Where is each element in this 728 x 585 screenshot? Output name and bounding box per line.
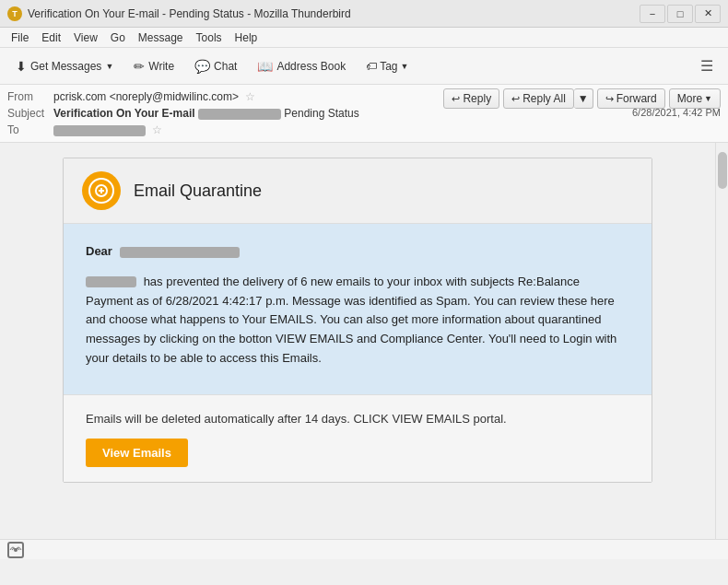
forward-button[interactable]: ↪ Forward — [597, 88, 665, 109]
email-action-buttons: ↩ Reply ↩ Reply All ▼ ↪ Forward More ▼ — [443, 88, 721, 109]
subject-label: Subject — [7, 107, 53, 120]
quarantine-icon — [82, 171, 121, 210]
more-button[interactable]: More ▼ — [669, 88, 721, 109]
menu-file[interactable]: File — [6, 29, 34, 46]
reply-all-icon: ↩ — [511, 93, 520, 105]
scrollbar-track[interactable] — [715, 143, 728, 539]
footer-text: Emails will be deleted automatically aft… — [86, 410, 629, 428]
greeting-blurred — [120, 247, 240, 258]
chat-icon: 💬 — [194, 59, 210, 74]
to-blurred — [53, 125, 146, 136]
email-content-area: Email Quarantine Dear has prevented the … — [0, 143, 728, 539]
greeting-line: Dear — [86, 242, 629, 262]
address-book-button[interactable]: 📖 Address Book — [249, 54, 354, 78]
menu-go[interactable]: Go — [105, 29, 131, 46]
email-body: Dear has prevented the delivery of 6 new… — [64, 224, 652, 394]
menu-view[interactable]: View — [68, 29, 103, 46]
maximize-button[interactable]: □ — [667, 5, 693, 23]
more-dropdown-icon: ▼ — [704, 94, 712, 103]
chat-button[interactable]: 💬 Chat — [186, 54, 245, 78]
email-card: Email Quarantine Dear has prevented the … — [63, 158, 652, 483]
body-paragraph: has prevented the delivery of 6 new emai… — [86, 273, 629, 369]
title-bar: T Verification On Your E-mail - Pending … — [0, 0, 728, 28]
to-value: ☆ — [53, 123, 721, 136]
app-icon: T — [7, 6, 22, 21]
reply-button[interactable]: ↩ Reply — [443, 88, 499, 109]
dropdown-arrow-icon: ▼ — [105, 62, 113, 71]
window-controls: − □ ✕ — [640, 5, 721, 23]
status-bar — [0, 539, 728, 559]
sender-blurred — [86, 276, 136, 287]
reply-icon: ↩ — [452, 93, 460, 105]
forward-icon: ↪ — [605, 93, 614, 105]
toolbar: ⬇ Get Messages ▼ ✏ Write 💬 Chat 📖 Addres… — [0, 48, 728, 85]
hamburger-button[interactable]: ☰ — [693, 53, 721, 78]
from-label: From — [7, 90, 53, 103]
close-button[interactable]: ✕ — [695, 5, 721, 23]
menu-bar: File Edit View Go Message Tools Help — [0, 28, 728, 48]
email-scroll-area[interactable]: Email Quarantine Dear has prevented the … — [0, 143, 715, 539]
window-title: Verification On Your E-mail - Pending St… — [28, 7, 640, 20]
from-star-icon[interactable]: ☆ — [245, 90, 255, 103]
tag-dropdown-icon: ▼ — [401, 62, 409, 71]
connection-icon — [7, 542, 24, 558]
tag-icon: 🏷 — [366, 60, 377, 73]
menu-help[interactable]: Help — [229, 29, 264, 46]
subject-blurred — [198, 109, 281, 120]
get-messages-icon: ⬇ — [16, 59, 27, 74]
tag-button[interactable]: 🏷 Tag ▼ — [358, 55, 417, 77]
get-messages-button[interactable]: ⬇ Get Messages ▼ — [7, 54, 122, 78]
minimize-button[interactable]: − — [640, 5, 665, 23]
subject-value: Verification On Your E-mail Pending Stat… — [53, 107, 632, 120]
address-book-icon: 📖 — [257, 59, 273, 74]
write-icon: ✏ — [134, 59, 145, 74]
quarantine-icon-inner — [88, 178, 114, 204]
scrollbar-thumb[interactable] — [718, 152, 727, 189]
quarantine-title: Email Quarantine — [134, 181, 262, 201]
menu-edit[interactable]: Edit — [36, 29, 66, 46]
write-button[interactable]: ✏ Write — [125, 54, 182, 78]
email-footer: Emails will be deleted automatically aft… — [64, 394, 652, 483]
to-star-icon[interactable]: ☆ — [152, 123, 162, 136]
to-label: To — [7, 123, 53, 136]
reply-all-button[interactable]: ↩ Reply All — [503, 88, 574, 109]
quarantine-header: Email Quarantine — [64, 158, 652, 224]
reply-all-dropdown-button[interactable]: ▼ — [574, 88, 593, 109]
view-emails-button[interactable]: View Emails — [86, 439, 188, 467]
menu-tools[interactable]: Tools — [191, 29, 228, 46]
email-header: From pcrisk.com <noreply@midwilinc.com> … — [0, 85, 728, 143]
menu-message[interactable]: Message — [133, 29, 189, 46]
